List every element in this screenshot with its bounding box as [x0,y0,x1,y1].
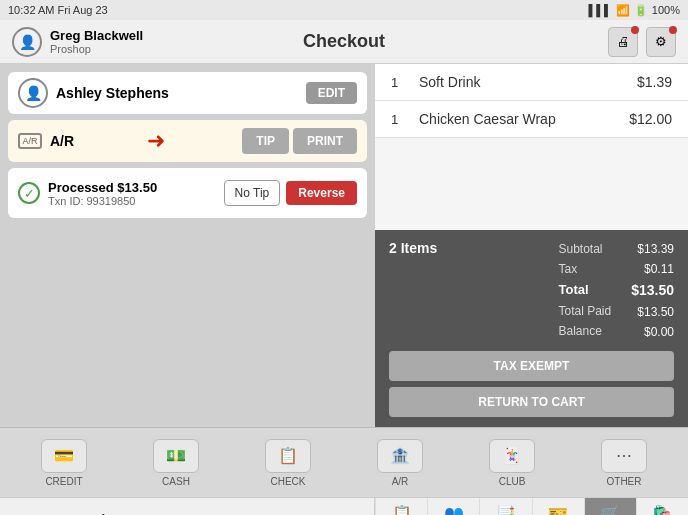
cart-item: 1 Chicken Caesar Wrap $12.00 [375,101,688,138]
bottom-right: 📋 Tee Sheet 👥 Customers 📑 Tabs 🎫 Tickets… [375,498,688,515]
tax-val: $0.11 [631,260,674,278]
ar-label: A/R [392,476,409,487]
cart-item-name: Chicken Caesar Wrap [411,111,629,127]
reverse-button[interactable]: Reverse [286,181,357,205]
balance-val: $0.00 [631,323,674,341]
edit-button[interactable]: EDIT [306,82,357,104]
header-user-info: Greg Blackwell Proshop [50,28,143,55]
payment-credit-button[interactable]: 💳 CREDIT [37,439,92,487]
payment-club-button[interactable]: 🃏 CLUB [485,439,540,487]
no-tip-button[interactable]: No Tip [224,180,281,206]
nav-tab-tabs[interactable]: 📑 Tabs [479,498,531,515]
items-count: 2 Items [389,240,437,256]
credit-label: CREDIT [45,476,82,487]
customer-left: 👤 Ashley Stephens [18,78,169,108]
header-user: 👤 Greg Blackwell Proshop [12,27,143,57]
customer-avatar: 👤 [18,78,48,108]
ar-buttons: TIP PRINT [242,128,357,154]
processed-buttons: No Tip Reverse [224,180,357,206]
payment-check-button[interactable]: 📋 CHECK [261,439,316,487]
payment-cash-button[interactable]: 💵 CASH [149,439,204,487]
settings-alert-dot [669,26,677,34]
signal-icon: ▌▌▌ [588,4,611,16]
arrow-indicator: ➜ [147,128,165,154]
ar-row: A/R A/R ➜ TIP PRINT [8,120,367,162]
check-icon: ✓ [18,182,40,204]
processed-amount: Processed $13.50 [48,180,157,195]
print-button[interactable]: PRINT [293,128,357,154]
check-label: CHECK [270,476,305,487]
battery-icon: 🔋 [634,4,648,17]
cash-icon: 💵 [153,439,199,473]
header: 👤 Greg Blackwell Proshop Checkout 🖨 ⚙ [0,20,688,64]
cart-nav-icon: 🛒 [600,504,620,516]
cart-item-name: Soft Drink [411,74,637,90]
left-spacer [8,224,367,419]
cart-item-qty: 1 [391,75,411,90]
nav-tab-tee-sheet[interactable]: 📋 Tee Sheet [375,498,427,515]
other-icon: ⋯ [601,439,647,473]
check-icon: 📋 [265,439,311,473]
summary-section: 2 Items Subtotal Tax Total Total Paid Ba… [375,230,688,351]
user-sub: Proshop [50,43,143,55]
cart-item-qty: 1 [391,112,411,127]
tip-button[interactable]: TIP [242,128,289,154]
printer-icon: 🖨 [617,34,630,49]
summary-keys: Subtotal Tax Total Total Paid Balance [558,240,611,341]
header-icons: 🖨 ⚙ [608,27,676,57]
total-paid-val: $13.50 [631,303,674,321]
processed-left: ✓ Processed $13.50 Txn ID: 99319850 [18,180,157,207]
nav-tab-customers[interactable]: 👥 Customers [427,498,479,515]
tax-key: Tax [558,260,611,278]
right-panel: 1 Soft Drink $1.39 1 Chicken Caesar Wrap… [375,64,688,427]
payment-ar-button[interactable]: 🏦 A/R [373,439,428,487]
processed-info: Processed $13.50 Txn ID: 99319850 [48,180,157,207]
cash-label: CASH [162,476,190,487]
bottom-nav: Teesnap Academy ▼ 📋 Tee Sheet 👥 Customer… [0,497,688,515]
settings-button[interactable]: ⚙ [646,27,676,57]
cart-item-price: $1.39 [637,74,672,90]
summary-vals: $13.39 $0.11 $13.50 $13.50 $0.00 [631,240,674,341]
shop-name: Teesnap Academy [12,512,133,516]
subtotal-val: $13.39 [631,240,674,258]
cart-item: 1 Soft Drink $1.39 [375,64,688,101]
club-icon: 🃏 [489,439,535,473]
processed-row: ✓ Processed $13.50 Txn ID: 99319850 No T… [8,168,367,218]
customer-name: Ashley Stephens [56,85,169,101]
return-to-cart-button[interactable]: RETURN TO CART [389,387,674,417]
purchases-nav-icon: 🛍️ [652,504,672,516]
nav-tab-tickets[interactable]: 🎫 Tickets [532,498,584,515]
printer-alert-dot [631,26,639,34]
left-panel: 👤 Ashley Stephens EDIT A/R A/R ➜ TIP PRI… [0,64,375,427]
customer-row: 👤 Ashley Stephens EDIT [8,72,367,114]
status-time: 10:32 AM Fri Aug 23 [8,4,108,16]
tabs-nav-icon: 📑 [496,504,516,516]
page-title: Checkout [303,31,385,52]
credit-icon: 💳 [41,439,87,473]
summary-label-col: 2 Items [389,240,548,341]
payment-other-button[interactable]: ⋯ OTHER [597,439,652,487]
total-key: Total [558,280,611,300]
tickets-nav-icon: 🎫 [548,504,568,516]
tee-sheet-nav-icon: 📋 [392,504,412,516]
settings-icon: ⚙ [655,34,667,49]
ar-left: A/R A/R [18,133,74,149]
ar-icon: 🏦 [377,439,423,473]
bottom-left[interactable]: Teesnap Academy ▼ [0,498,375,515]
ar-card-icon: A/R [18,133,42,149]
main-content: 👤 Ashley Stephens EDIT A/R A/R ➜ TIP PRI… [0,64,688,427]
battery-pct: 100% [652,4,680,16]
nav-tab-purchases[interactable]: 🛍️ Purchases [636,498,688,515]
nav-tab-cart[interactable]: 🛒 Cart [584,498,636,515]
status-right: ▌▌▌ 📶 🔋 100% [588,4,680,17]
printer-button[interactable]: 🖨 [608,27,638,57]
avatar: 👤 [12,27,42,57]
total-paid-key: Total Paid [558,302,611,320]
status-bar: 10:32 AM Fri Aug 23 ▌▌▌ 📶 🔋 100% [0,0,688,20]
tax-exempt-button[interactable]: TAX EXEMPT [389,351,674,381]
action-buttons: TAX EXEMPT RETURN TO CART [375,351,688,427]
subtotal-key: Subtotal [558,240,611,258]
ar-label: A/R [50,133,74,149]
cart-item-price: $12.00 [629,111,672,127]
summary-right: Subtotal Tax Total Total Paid Balance $1… [558,240,674,341]
